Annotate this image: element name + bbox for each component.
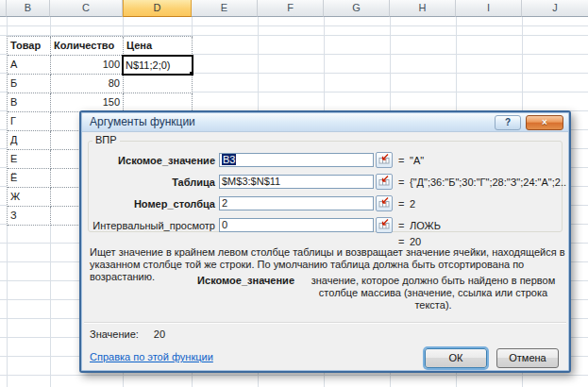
cell[interactable]: Ё <box>8 169 51 188</box>
field-row: Искомое_значение B3 = "А" <box>81 153 569 169</box>
table-row: В 150 <box>8 93 193 112</box>
cell[interactable]: Б <box>8 75 51 93</box>
table-row: Б 80 <box>8 75 193 93</box>
result-value-row: Значение:20 <box>90 328 165 341</box>
cell[interactable]: Товар <box>8 37 51 56</box>
field-result: {"Д";36:"Б";30:"Г";28:"З";24:"А";2... <box>410 175 566 191</box>
field-label-table: Таблица <box>89 175 215 191</box>
column-header-c[interactable]: C <box>50 0 123 17</box>
collapse-dialog-button[interactable] <box>376 152 393 168</box>
cell[interactable]: Е <box>8 150 51 169</box>
column-header-e[interactable]: E <box>192 0 258 17</box>
cell[interactable]: Количество <box>51 37 124 56</box>
column-header-a-partial[interactable] <box>0 0 7 17</box>
field-label-col-index: Номер_столбца <box>89 196 215 212</box>
column-header-b[interactable]: B <box>7 0 50 17</box>
field-label-range-lookup: Интервальный_просмотр <box>89 218 215 234</box>
cell[interactable]: З <box>8 207 51 226</box>
help-icon: ? <box>505 117 511 127</box>
collapse-dialog-icon <box>378 176 390 186</box>
lookup-value-input[interactable]: B3 <box>219 153 374 167</box>
column-header-g[interactable]: G <box>324 0 390 17</box>
table-range-input[interactable]: $M$3:$N$11 <box>219 175 374 189</box>
function-arguments-dialog: Аргументы функции ? × ВПР Искомое_значен… <box>79 110 571 373</box>
cell[interactable]: Ж <box>8 188 51 207</box>
cell[interactable]: 150 <box>51 93 124 112</box>
help-button[interactable]: ? <box>495 115 521 130</box>
cell[interactable]: А <box>8 56 51 75</box>
value-result: 20 <box>154 328 165 340</box>
collapse-dialog-icon <box>378 219 390 229</box>
selected-input-text: B3 <box>222 154 236 165</box>
cell[interactable] <box>124 75 193 93</box>
table-row: Товар Количество Цена <box>8 37 193 56</box>
column-header-f[interactable]: F <box>258 0 324 17</box>
range-lookup-input[interactable]: 0 <box>219 218 374 232</box>
fill-handle[interactable] <box>190 72 193 76</box>
field-result: ЛОЖЬ <box>410 218 566 234</box>
value-label: Значение: <box>90 328 139 340</box>
cancel-button[interactable]: Отмена <box>496 348 559 368</box>
cell[interactable]: 100 <box>51 56 124 75</box>
dialog-titlebar[interactable]: Аргументы функции ? × <box>82 113 568 132</box>
col-index-input[interactable]: 2 <box>219 196 374 210</box>
field-row: Таблица $M$3:$N$11 = {"Д";36:"Б";30:"Г";… <box>81 175 569 191</box>
column-header-j[interactable]: J <box>522 0 588 17</box>
cell[interactable] <box>124 93 193 112</box>
column-header-d-selected[interactable]: D <box>123 0 192 17</box>
input-text: $M$3:$N$11 <box>222 176 280 187</box>
equals-sign: = <box>398 218 404 234</box>
collapse-dialog-button[interactable] <box>376 174 393 190</box>
active-cell-formula-text: N$11;2;0) <box>126 59 171 71</box>
separator-line <box>84 322 566 324</box>
column-header-h[interactable]: H <box>390 0 456 17</box>
close-button[interactable]: × <box>526 115 563 130</box>
collapse-dialog-icon <box>378 154 390 164</box>
formula-result-row: = 20 <box>81 234 569 247</box>
excel-window: B C D E F G H I J Товар Количество Цена … <box>0 0 588 387</box>
field-label-lookup-value: Искомое_значение <box>89 153 215 169</box>
function-name-label: ВПР <box>92 134 120 145</box>
function-help-link[interactable]: Справка по этой функции <box>90 351 213 363</box>
parameter-help-text: значение, которое должно быть найдено в … <box>300 275 566 311</box>
active-cell-d3[interactable]: N$11;2;0) <box>122 55 193 76</box>
ok-button[interactable]: ОК <box>425 348 487 368</box>
parameter-help: Искомое_значение значение, которое должн… <box>89 275 566 311</box>
field-result: 2 <box>410 196 566 212</box>
parameter-help-label: Искомое_значение <box>89 275 294 311</box>
collapse-dialog-icon <box>378 197 390 208</box>
equals-sign: = <box>398 175 404 191</box>
cell[interactable]: Цена <box>124 37 193 56</box>
field-row: Интервальный_просмотр 0 = ЛОЖЬ <box>81 218 569 234</box>
column-headers: B C D E F G H I J <box>0 0 588 17</box>
cell[interactable]: 80 <box>51 75 124 93</box>
equals-sign: = <box>398 196 404 212</box>
column-header-i[interactable]: I <box>456 0 522 17</box>
field-row: Номер_столбца 2 = 2 <box>81 196 569 212</box>
close-icon: × <box>542 117 547 127</box>
equals-sign: = <box>398 153 404 169</box>
field-result: "А" <box>410 153 566 169</box>
input-text: 2 <box>222 197 227 209</box>
collapse-dialog-button[interactable] <box>376 217 393 233</box>
dialog-title: Аргументы функции <box>90 115 195 128</box>
input-text: 0 <box>222 219 227 230</box>
collapse-dialog-button[interactable] <box>376 195 393 211</box>
cell[interactable]: В <box>8 93 51 112</box>
cell[interactable]: Г <box>8 112 51 131</box>
cell[interactable]: Д <box>8 131 51 150</box>
